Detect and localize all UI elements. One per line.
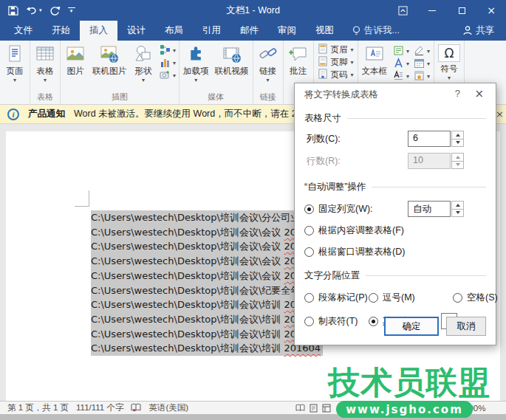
minimize-button[interactable] [417,0,447,21]
date-time-icon [414,58,425,69]
web-layout-icon[interactable] [322,404,331,413]
tab-references[interactable]: 引用 [193,21,230,41]
document-line[interactable]: C:\Users\westech\Desktop\培训会议\培训 201602 [91,312,323,327]
fixed-width-spinner[interactable]: 自动 [408,201,464,217]
spin-down-button[interactable] [451,210,464,218]
textbox-button[interactable]: 文本框 [359,41,391,76]
chart-button[interactable]: ▾ [160,57,176,68]
document-line[interactable]: C:\Users\westech\Desktop\培训会议\会议 201603 [91,254,323,269]
picture-globe-button[interactable]: 联机图片 [89,41,129,76]
drop-cap-button[interactable]: ▾ [393,70,409,81]
autofit-contents-label: 根据内容调整表格(F) [318,224,404,237]
addin-icon [186,44,205,63]
watermark-title: 技术员联盟 [328,362,490,404]
word-count[interactable]: 111/111 个字 [76,402,123,413]
save-icon[interactable] [7,5,18,16]
page-indicator[interactable]: 第 1 页，共 1 页 [7,402,69,413]
columns-value[interactable]: 6 [408,131,451,147]
document-line[interactable]: C:\Users\westech\Desktop\培训会议\培训 201603 [91,327,323,342]
smartart-button[interactable]: ▾ [160,44,176,55]
dialog-help-icon[interactable]: ? [455,88,460,99]
close-button[interactable]: × [476,0,506,21]
tab-design[interactable]: 设计 [117,21,155,41]
cancel-button[interactable]: 取消 [446,317,486,336]
tab-insert[interactable]: 插入 [80,21,117,41]
video-button[interactable]: 联机视频 [212,41,252,76]
proofing-error-icon[interactable] [131,403,141,413]
comment-button[interactable]: 批注 [284,41,312,76]
print-layout-icon[interactable] [310,404,318,413]
customize-quick-access-icon[interactable]: ▾ [68,7,75,13]
spin-up-button[interactable] [451,201,464,210]
commas-radio[interactable] [369,293,378,303]
ok-button[interactable]: 确定 [384,317,439,336]
dropdown-arrow-icon: ▾ [194,78,197,83]
tab-layout[interactable]: 布局 [155,21,193,41]
fixed-column-width-radio[interactable] [304,204,314,214]
spaces-label: 空格(S) [467,292,498,304]
button-label: 加载项 [183,66,209,76]
omega-icon: Ω [438,44,460,62]
selected-text-block[interactable]: C:\Users\westech\Desktop\培训会议\分公司业务汇C:\U… [91,210,323,356]
paragraph-marks-radio[interactable] [304,293,314,303]
footer-button[interactable]: 页脚▾ [318,56,354,68]
read-mode-icon[interactable] [295,404,305,412]
spin-down-button[interactable] [451,140,464,148]
screenshot-button[interactable]: ▾ [160,69,176,80]
tab-review[interactable]: 审阅 [268,21,306,41]
notification-close-icon[interactable]: × [496,109,504,120]
autofit-contents-radio[interactable] [304,226,314,235]
object-button[interactable]: ▾ [414,70,430,81]
tab-mailings[interactable]: 邮件 [230,21,268,41]
commas-label: 逗号(M) [383,292,415,304]
pagenum-button[interactable]: 页码▾ [318,69,354,80]
undo-icon[interactable]: ▾ [26,6,42,16]
addin-button[interactable]: 加载项▾ [180,41,212,83]
spin-down-button [451,162,464,170]
date-time-button[interactable]: ▾ [414,58,430,69]
convert-text-to-table-dialog: 将文字转换成表格 ? × 表格尺寸 列数(C): 6 行数(R): 10 “自动… [294,83,496,345]
tab-home[interactable]: 开始 [42,21,80,41]
group-label [1,92,29,104]
document-part-button[interactable]: ▾ [393,45,409,56]
page-button[interactable]: 页面▾ [1,41,29,83]
link-button[interactable]: 链接▾ [254,41,282,83]
tab-file[interactable]: 文件 [4,21,42,41]
dialog-close-icon[interactable]: × [474,87,484,100]
document-line[interactable]: C:\Users\westech\Desktop\培训会议\培训 201604 [91,341,323,356]
spin-up-button[interactable] [451,131,464,140]
document-line[interactable]: C:\Users\westech\Desktop\培训会议\会议 201601 [91,225,323,240]
shapes-button[interactable]: 形状▾ [129,41,157,83]
document-line[interactable]: C:\Users\westech\Desktop\培训会议\会议 201602 [91,239,323,254]
ribbon-display-options-icon[interactable] [388,0,417,21]
header-button[interactable]: 页眉▾ [318,44,354,55]
omega-button[interactable]: Ω符号▾ [435,41,463,81]
document-line[interactable]: C:\Users\westech\Desktop\培训会议\纪要全年 ↵ [91,283,315,298]
redo-icon[interactable] [49,6,61,16]
table-button[interactable]: 表格▾ [31,41,59,83]
shapes-icon [134,44,153,63]
group-label: 表格 [31,92,59,104]
document-line[interactable]: C:\Users\westech\Desktop\培训会议\会议 201604 [91,269,323,283]
language-indicator[interactable]: 英语(美国) [148,402,188,413]
margin-crop-mark [75,206,89,207]
spaces-radio[interactable] [453,293,462,303]
dialog-title: 将文字转换成表格 [304,89,378,101]
document-line[interactable]: C:\Users\westech\Desktop\培训会议\分公司业务汇 [91,210,321,225]
button-label: 批注 [290,66,307,76]
maximize-button[interactable] [447,0,476,21]
button-label: 页面 [7,66,24,76]
autofit-window-radio[interactable] [304,247,314,257]
document-line[interactable]: C:\Users\westech\Desktop\培训会议\培训 201601 [91,297,323,312]
tell-me-box[interactable]: 告诉我... [343,21,408,41]
columns-label: 列数(C): [307,133,341,145]
picture-button[interactable]: 图片 [61,41,89,76]
wordart-button[interactable]: ▾ [393,58,409,69]
tab-view[interactable]: 视图 [306,21,343,41]
share-button[interactable]: 共享 [457,21,500,41]
document-part-icon [393,45,404,56]
fixed-width-value[interactable]: 自动 [408,201,451,217]
autofit-caption: “自动调整”操作 [304,181,366,193]
columns-spinner[interactable]: 6 [408,131,464,147]
signature-line-button[interactable]: ▾ [414,45,430,56]
